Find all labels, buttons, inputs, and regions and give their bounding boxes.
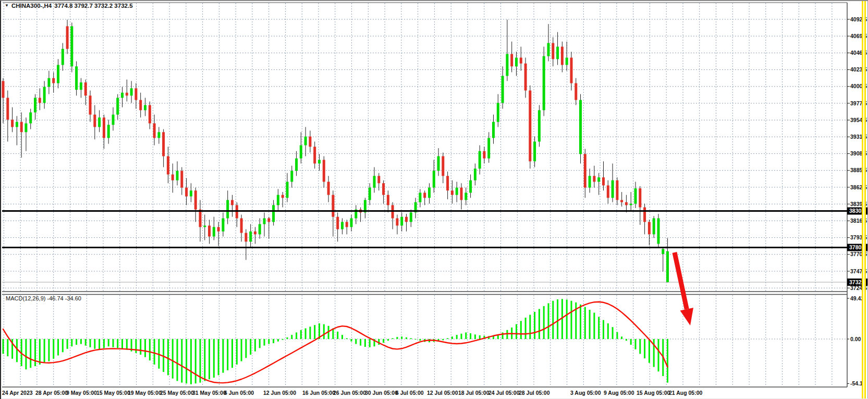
svg-text:9 Aug 05:00: 9 Aug 05:00 (604, 390, 634, 396)
svg-text:24 Apr 2023: 24 Apr 2023 (2, 390, 33, 396)
svg-text:15 May 05:00: 15 May 05:00 (96, 390, 130, 396)
svg-text:28 Jul 05:00: 28 Jul 05:00 (519, 390, 550, 396)
svg-text:21 Aug 05:00: 21 Aug 05:00 (669, 390, 703, 396)
symbol-dropdown-icon[interactable]: ▼ (5, 3, 9, 9)
chart-window: 4092.54069.54046.54023.54000.53977.53954… (0, 0, 868, 399)
svg-text:30 Jun 05:00: 30 Jun 05:00 (365, 390, 398, 396)
svg-text:12 Jul 05:00: 12 Jul 05:00 (427, 390, 458, 396)
resistance-line-3830[interactable] (2, 210, 847, 212)
svg-text:18 Jul 05:00: 18 Jul 05:00 (458, 390, 490, 396)
time-axis[interactable]: 24 Apr 202328 Apr 05:009 May 05:0015 May… (2, 390, 703, 396)
svg-text:24 Jul 05:00: 24 Jul 05:00 (488, 390, 520, 396)
candles (2, 20, 669, 283)
svg-text:9 May 05:00: 9 May 05:00 (66, 390, 97, 396)
chart-canvas[interactable]: 4092.54069.54046.54023.54000.53977.53954… (1, 1, 868, 399)
macd-indicator-label: MACD(12,26,9) -46.74 -34.60 (6, 295, 81, 301)
svg-text:15 Aug 05:00: 15 Aug 05:00 (637, 390, 670, 396)
svg-text:6 Jul 05:00: 6 Jul 05:00 (396, 390, 424, 396)
support-line-3780[interactable] (2, 247, 847, 248)
svg-text:19 May 05:00: 19 May 05:00 (128, 390, 162, 396)
svg-text:6 Jun 05:00: 6 Jun 05:00 (224, 390, 254, 396)
svg-text:3 Aug 05:00: 3 Aug 05:00 (570, 390, 601, 396)
svg-text:31 May 05:00: 31 May 05:00 (192, 390, 226, 396)
trend-arrow[interactable] (675, 252, 693, 325)
ohlc-readout: 3774.8 3792.7 3732.2 3732.5 (54, 3, 132, 9)
svg-text:25 May 05:00: 25 May 05:00 (160, 390, 194, 396)
svg-text:26 Jun 05:00: 26 Jun 05:00 (333, 390, 366, 396)
symbol-period-label: CHINA300-,H4 (11, 3, 52, 9)
svg-text:0.00: 0.00 (850, 336, 861, 342)
right-accent-stripe (862, 1, 866, 398)
svg-text:16 Jun 05:00: 16 Jun 05:00 (302, 390, 335, 396)
svg-text:28 Apr 05:00: 28 Apr 05:00 (35, 390, 68, 396)
chart-title: ▼ CHINA300-,H4 3774.8 3792.7 3732.2 3732… (5, 3, 133, 9)
svg-text:12 Jun 05:00: 12 Jun 05:00 (263, 390, 296, 396)
